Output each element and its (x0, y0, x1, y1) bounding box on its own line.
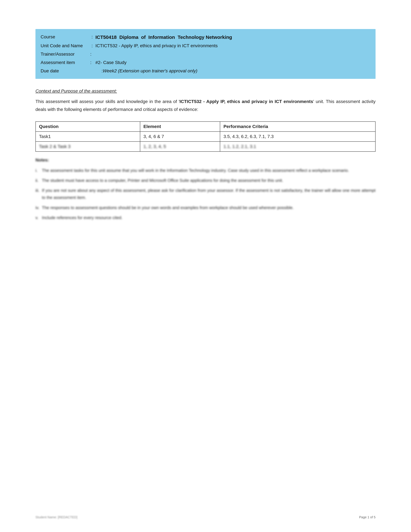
row1-question: Task1 (36, 132, 140, 142)
assessment-label: Assessment item (41, 59, 89, 66)
footer: Student Name: [REDACTED] Page 1 of 5 (36, 515, 375, 519)
note-bullet-3: iii. (36, 187, 42, 201)
course-colon: : (89, 34, 95, 40)
note-bullet-1: i. (36, 167, 42, 174)
table-row: Task1 3, 4, 6 & 7 3.5, 4.3, 6.2, 6.3, 7.… (36, 132, 375, 142)
row2-criteria: 1.1, 1.2, 2.1, 3.1 (220, 142, 375, 152)
note-item-5: v. Include references for every resource… (36, 214, 375, 221)
footer-left: Student Name: [REDACTED] (36, 515, 77, 519)
note-item-1: i. The assessment tasks for this unit as… (36, 167, 375, 174)
info-block: Course : ICT50418 Diploma of Information… (36, 29, 375, 79)
course-row: Course : ICT50418 Diploma of Information… (41, 34, 370, 41)
note-item-3: iii. If you are not sure about any aspec… (36, 187, 375, 201)
unit-label: Unit Code and Name (41, 42, 89, 49)
note-bullet-5: v. (36, 214, 42, 221)
intro-paragraph: This assessment will assess your skills … (36, 97, 375, 113)
criteria-table: Question Element Performance Criteria Ta… (36, 121, 375, 152)
trainer-row: Trainer/Assessor : (41, 51, 370, 57)
notes-section: Notes: i. The assessment tasks for this … (36, 157, 375, 221)
assessment-row: Assessment item : #2- Case Study (41, 59, 370, 66)
note-text-5: Include references for every resource ci… (42, 214, 122, 221)
unit-bold: ICTICT532 - Apply IP, ethics and privacy… (179, 99, 313, 104)
note-text-4: The responses to assessment questions sh… (42, 204, 294, 211)
due-date-label: Due date (41, 67, 89, 74)
unit-colon: : (89, 42, 95, 49)
row2-question: Task 2 & Task 3 (36, 142, 140, 152)
due-date-colon: : (89, 67, 103, 74)
col-criteria: Performance Criteria (220, 122, 375, 132)
col-element: Element (140, 122, 220, 132)
table-section: Question Element Performance Criteria Ta… (36, 121, 375, 152)
table-row-blurred: Task 2 & Task 3 1, 2, 3, 4, 5 1.1, 1.2, … (36, 142, 375, 152)
unit-row: Unit Code and Name : ICTICT532 - Apply I… (41, 42, 370, 49)
note-bullet-4: iv. (36, 204, 42, 211)
assessment-colon: : (89, 59, 95, 66)
page: Course : ICT50418 Diploma of Information… (0, 0, 411, 532)
note-item-2: ii. The student must have access to a co… (36, 177, 375, 184)
note-text-2: The student must have access to a comput… (42, 177, 283, 184)
table-header-row: Question Element Performance Criteria (36, 122, 375, 132)
trainer-colon: : (89, 51, 95, 57)
footer-right: Page 1 of 5 (359, 515, 375, 519)
note-bullet-2: ii. (36, 177, 42, 184)
due-date-row: Due date : Week2 (Extension upon trainer… (41, 67, 370, 74)
row1-criteria: 3.5, 4.3, 6.2, 6.3, 7.1, 7.3 (220, 132, 375, 142)
col-question: Question (36, 122, 140, 132)
course-value: ICT50418 Diploma of Information Technolo… (95, 34, 370, 41)
note-item-4: iv. The responses to assessment question… (36, 204, 375, 211)
context-heading: Context and Purpose of the assessment: (36, 88, 375, 94)
row1-element: 3, 4, 6 & 7 (140, 132, 220, 142)
assessment-value: #2- Case Study (95, 59, 370, 66)
trainer-label: Trainer/Assessor (41, 51, 89, 57)
due-date-value: Week2 (Extension upon trainer's approval… (103, 67, 370, 74)
course-label: Course (41, 34, 89, 40)
note-text-1: The assessment tasks for this unit assum… (42, 167, 349, 174)
note-text-3: If you are not sure about any aspect of … (42, 187, 375, 201)
unit-value: ICTICT532 - Apply IP, ethics and privacy… (95, 42, 370, 49)
notes-heading: Notes: (36, 157, 375, 164)
row2-element: 1, 2, 3, 4, 5 (140, 142, 220, 152)
